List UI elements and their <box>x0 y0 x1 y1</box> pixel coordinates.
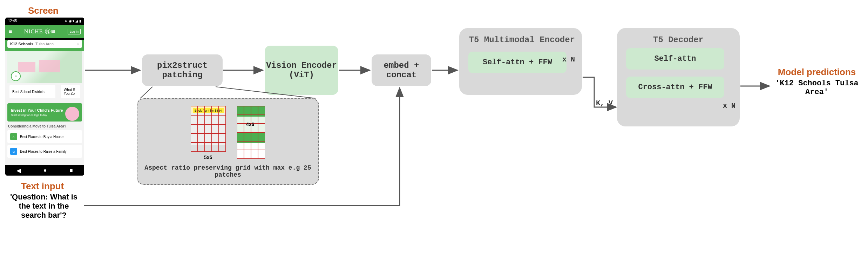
kv-label: K, V <box>596 99 613 107</box>
text-input-value: 'Question: What is the text in the searc… <box>5 192 82 220</box>
niche-badge-icon: N <box>11 71 21 81</box>
thumb-5x5: Book flight for $884 5x5 <box>191 106 226 160</box>
nav-home-icon: ● <box>43 167 47 173</box>
house-icon: ⌂ <box>10 133 17 140</box>
phone-brand: NICHE Ⓝ≋ <box>24 28 56 35</box>
hamburger-icon: ≡ <box>9 28 12 35</box>
callout-line-left <box>140 87 152 98</box>
search-label: K12 Schools <box>10 42 33 46</box>
embed-concat-block: embed + concat <box>372 54 431 86</box>
t5-decoder-title: T5 Decoder <box>624 35 733 45</box>
grid-4x6-overlay <box>237 106 265 159</box>
nav-back-icon: ◀ <box>16 167 21 174</box>
thumb-4x6: 4x6 <box>237 106 265 160</box>
phone-header: ≡ NICHE Ⓝ≋ Log In <box>5 25 84 38</box>
phone-search-bar: K12 Schools Tulsa Area ⌕ <box>7 40 82 48</box>
text-input-heading: Text input <box>21 181 64 192</box>
decoder-xn-label: x N <box>723 102 735 110</box>
t5-encoder-container: T5 Multimodal Encoder Self-attn + FFW x … <box>459 28 582 95</box>
thumb-5x5-label: 5x5 <box>191 155 226 160</box>
search-value: Tulsa Area <box>35 42 77 46</box>
search-icon: ⌕ <box>77 42 79 46</box>
card-best-districts: Best School Districts <box>9 85 55 98</box>
phone-time: 12:45 <box>8 19 17 24</box>
model-predictions-heading: Model predictions <box>771 67 862 78</box>
decoder-cross-attn-block: Cross-attn + FFW <box>626 77 724 98</box>
screen-mockup: 12:45 ⚙ ◉ ▾ ◢ ▮ ≡ NICHE Ⓝ≋ Log In K12 Sc… <box>5 18 84 176</box>
encoder-xn-label: x N <box>562 55 575 64</box>
model-output-value: 'K12 Schools Tulsa Area' <box>771 79 862 97</box>
phone-statusbar: 12:45 ⚙ ◉ ▾ ◢ ▮ <box>5 18 84 25</box>
t5-encoder-title: T5 Multimodal Encoder <box>466 35 575 45</box>
t5-decoder-container: T5 Decoder Self-attn Cross-attn + FFW x … <box>617 28 740 126</box>
phone-navbar: ◀ ● ■ <box>5 165 84 176</box>
phone-signal-icon: ⚙ ◉ ▾ ◢ ▮ <box>65 19 81 24</box>
patch-caption: Aspect ratio preserving grid with max e.… <box>143 164 313 178</box>
login-button: Log In <box>68 29 81 34</box>
phone-map-area: N <box>7 51 82 83</box>
patch-detail-box: Book flight for $884 5x5 <box>137 98 319 185</box>
family-icon: ☺ <box>10 148 17 155</box>
vision-encoder-block: Vision Encoder (ViT) <box>265 46 338 95</box>
phone-promo-card: Invest in Your Child's Future Start savi… <box>7 103 82 122</box>
screen-heading: Screen <box>28 5 59 16</box>
nav-recent-icon: ■ <box>69 167 73 173</box>
row-raise-family: ☺ Best Places to Raise a Family <box>7 145 82 158</box>
thumb-4x6-label: 4x6 <box>246 122 254 127</box>
thumb-book-flight: Book flight for $884 <box>193 108 224 113</box>
pix2struct-block: pix2struct patching <box>142 54 223 86</box>
row-buy-house: ⌂ Best Places to Buy a House <box>7 130 82 143</box>
decoder-self-attn-block: Self-attn <box>626 48 724 70</box>
section-title: Considering a Move to Tulsa Area? <box>8 124 81 128</box>
piggy-bank-icon <box>65 107 79 121</box>
card-what-s: What S You Zo <box>61 85 80 98</box>
encoder-self-attn-block: Self-attn + FFW <box>468 52 567 73</box>
